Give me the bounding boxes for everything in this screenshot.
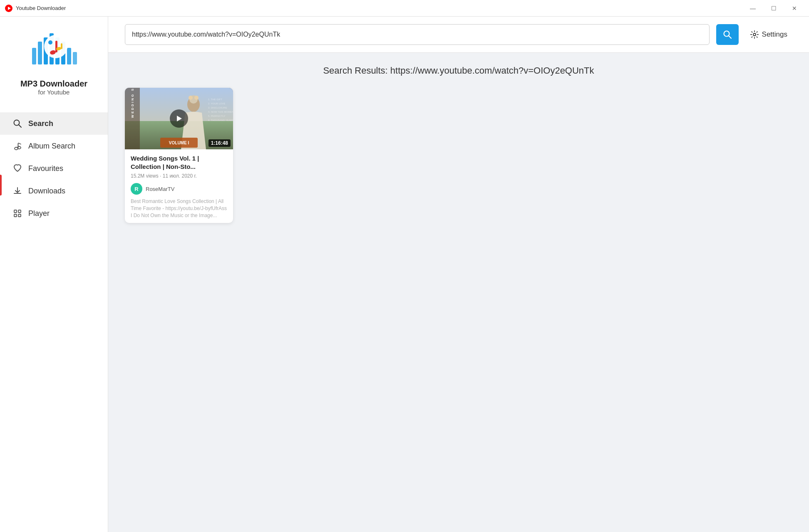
svg-rect-14 [61, 43, 62, 49]
sidebar-item-player-label: Player [28, 209, 50, 218]
svg-point-28 [753, 33, 756, 36]
url-input[interactable] [125, 24, 710, 45]
app-icon [5, 5, 12, 12]
search-button[interactable] [716, 24, 739, 45]
svg-text:2. YOUR LOVE: 2. YOUR LOVE [208, 102, 226, 105]
svg-rect-9 [73, 52, 77, 64]
card-meta: 15.2M views · 11 июл. 2020 г. [131, 173, 227, 179]
duration-badge: 1:16:48 [208, 139, 231, 147]
svg-text:5. PERFECTLY: 5. PERFECTLY [208, 115, 226, 117]
svg-text:4. NOW THIS MOMENT: 4. NOW THIS MOMENT [208, 111, 233, 113]
card-info: Wedding Songs Vol. 1 | Collection | Non-… [125, 149, 233, 223]
svg-rect-12 [55, 41, 57, 52]
heart-icon [12, 164, 22, 173]
svg-point-34 [194, 96, 199, 100]
play-button[interactable] [170, 109, 188, 128]
svg-rect-24 [14, 214, 17, 217]
svg-marker-45 [177, 116, 182, 121]
sidebar-item-downloads-label: Downloads [28, 187, 65, 195]
sidebar: MP3 Downloader for Youtube Search [0, 17, 108, 532]
card-description: Best Romantic Love Songs Collection | Al… [131, 198, 227, 219]
svg-rect-8 [67, 48, 71, 64]
card-channel: R RoseMarTV [131, 183, 227, 195]
svg-text:VOLUME I: VOLUME I [169, 141, 189, 145]
sidebar-item-player[interactable]: Player [0, 202, 108, 225]
svg-text:WEDDING SONGS: WEDDING SONGS [131, 88, 134, 118]
results-grid: WEDDING SONGS VOLUME I 1. THE GIFT 2. YO… [125, 88, 792, 223]
svg-rect-3 [38, 42, 42, 64]
svg-line-20 [19, 143, 21, 144]
sidebar-item-search-label: Search [28, 119, 53, 128]
svg-text:1. THE GIFT: 1. THE GIFT [208, 98, 222, 101]
search-bar-area: Settings [108, 17, 809, 53]
sidebar-item-downloads[interactable]: Downloads [0, 180, 108, 202]
channel-name: RoseMarTV [146, 186, 174, 192]
title-bar: Youtube Downloader — ☐ ✕ [0, 0, 809, 17]
svg-rect-23 [18, 210, 21, 213]
sidebar-accent [0, 175, 2, 195]
svg-rect-25 [18, 214, 21, 217]
svg-line-17 [19, 125, 21, 127]
sidebar-item-favourites-label: Favourites [28, 164, 63, 173]
player-icon [12, 209, 22, 218]
channel-avatar: R [131, 183, 142, 195]
svg-rect-22 [14, 210, 17, 213]
svg-point-33 [189, 96, 193, 100]
sidebar-item-favourites[interactable]: Favourites [0, 157, 108, 180]
minimize-button[interactable]: — [743, 2, 762, 15]
results-title: Search Results: https://www.youtube.com/… [125, 65, 792, 76]
album-search-icon [12, 141, 22, 151]
app-body: MP3 Downloader for Youtube Search [0, 17, 809, 532]
title-bar-controls: — ☐ ✕ [743, 2, 804, 15]
app-logo [29, 25, 79, 75]
downloads-icon [12, 186, 22, 195]
svg-text:6. THOUSAND YEARS: 6. THOUSAND YEARS [208, 119, 233, 121]
title-bar-title: Youtube Downloader [16, 5, 66, 11]
settings-icon [750, 30, 759, 39]
card-dot: · [160, 173, 163, 179]
maximize-button[interactable]: ☐ [764, 2, 783, 15]
settings-button[interactable]: Settings [745, 27, 792, 42]
search-icon [12, 119, 22, 128]
card-views: 15.2M views [131, 173, 159, 179]
play-icon [175, 115, 183, 122]
logo-container: MP3 Downloader for Youtube [20, 25, 87, 96]
card-title: Wedding Songs Vol. 1 | Collection | Non-… [131, 154, 227, 171]
video-card[interactable]: WEDDING SONGS VOLUME I 1. THE GIFT 2. YO… [125, 88, 233, 223]
svg-rect-2 [32, 48, 36, 64]
main-content: Settings Search Results: https://www.you… [108, 17, 809, 532]
svg-point-15 [48, 40, 52, 45]
sidebar-item-album-search-label: Album Search [28, 142, 75, 151]
close-button[interactable]: ✕ [785, 2, 804, 15]
app-subtitle: for Youtube [38, 89, 70, 96]
sidebar-item-album-search[interactable]: Album Search [0, 135, 108, 157]
app-name: MP3 Downloader [20, 79, 87, 89]
card-date: 11 июл. 2020 г. [163, 173, 197, 179]
svg-line-27 [729, 36, 731, 38]
thumbnail-container: WEDDING SONGS VOLUME I 1. THE GIFT 2. YO… [125, 88, 233, 149]
results-area: Search Results: https://www.youtube.com/… [108, 53, 809, 532]
title-bar-left: Youtube Downloader [5, 5, 66, 12]
search-btn-icon [723, 30, 732, 39]
nav-menu: Search Album Search [0, 108, 108, 229]
svg-text:3. DISCLOSURE: 3. DISCLOSURE [208, 106, 227, 109]
sidebar-item-search[interactable]: Search [0, 112, 108, 135]
settings-label: Settings [762, 30, 787, 39]
